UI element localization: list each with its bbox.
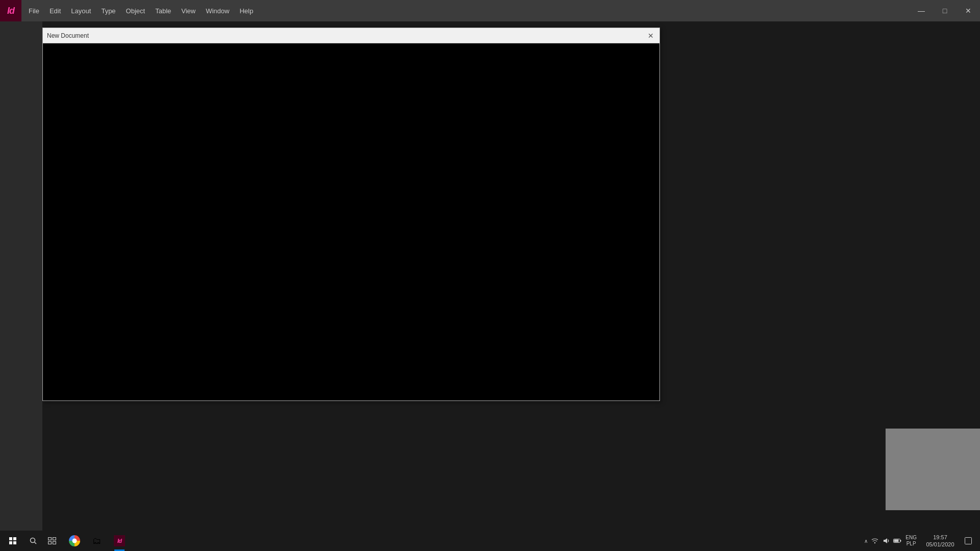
start-button[interactable]	[0, 531, 26, 551]
system-tray: ∧	[862, 531, 980, 551]
menu-layout[interactable]: Layout	[66, 0, 96, 21]
svg-line-1	[35, 542, 37, 544]
search-icon	[30, 537, 37, 544]
close-button[interactable]: ✕	[957, 0, 980, 21]
menu-edit[interactable]: Edit	[44, 0, 66, 21]
menu-items: File Edit Layout Type Object Table View …	[23, 0, 258, 21]
menu-help[interactable]: Help	[234, 0, 258, 21]
gray-box	[886, 429, 980, 510]
svg-rect-4	[48, 542, 52, 544]
menu-file[interactable]: File	[23, 0, 44, 21]
left-toolbar	[0, 21, 42, 531]
menu-bar: Id File Edit Layout Type Object Table Vi…	[0, 0, 980, 21]
svg-point-0	[31, 538, 35, 543]
new-document-panel: New Document ✕	[42, 28, 660, 401]
menu-object[interactable]: Object	[121, 0, 151, 21]
tray-icons	[870, 536, 902, 546]
time-text: 19:57	[933, 534, 947, 541]
menu-window[interactable]: Window	[201, 0, 234, 21]
folder-icon: 🗂	[92, 536, 102, 546]
minimize-button[interactable]: —	[910, 0, 933, 21]
task-view-icon	[48, 537, 56, 544]
locale-text: PLP	[906, 541, 916, 547]
menu-type[interactable]: Type	[96, 0, 120, 21]
app-logo-text: Id	[7, 6, 14, 16]
svg-rect-3	[53, 538, 56, 540]
menu-view[interactable]: View	[176, 0, 201, 21]
app-logo: Id	[0, 0, 21, 21]
panel-close-button[interactable]: ✕	[646, 31, 655, 40]
taskbar-chrome[interactable]	[63, 531, 86, 551]
volume-icon[interactable]	[881, 536, 891, 546]
notification-center-button[interactable]	[961, 531, 976, 551]
maximize-button[interactable]: □	[933, 0, 957, 21]
date-text: 05/01/2020	[926, 541, 954, 548]
windows-logo-icon	[9, 537, 16, 544]
svg-rect-11	[965, 538, 972, 544]
language-indicator[interactable]: ENG PLP	[902, 535, 920, 547]
taskbar: 🗂 Id ∧	[0, 531, 980, 551]
window-controls: — □ ✕	[910, 0, 980, 21]
main-area: New Document ✕	[0, 21, 980, 531]
document-area: New Document ✕	[42, 21, 980, 531]
panel-title: New Document	[47, 32, 89, 39]
taskbar-file-explorer[interactable]: 🗂	[86, 531, 108, 551]
task-view-button[interactable]	[41, 531, 63, 551]
svg-rect-5	[53, 542, 56, 544]
svg-point-6	[874, 542, 875, 543]
clock[interactable]: 19:57 05/01/2020	[920, 534, 961, 548]
notification-icon	[965, 537, 972, 544]
panel-content	[43, 43, 659, 400]
tray-expand-button[interactable]: ∧	[862, 538, 870, 544]
svg-rect-10	[894, 540, 899, 542]
svg-rect-2	[48, 538, 52, 540]
svg-marker-7	[884, 538, 887, 543]
chrome-icon	[69, 535, 80, 546]
panel-titlebar: New Document ✕	[43, 28, 659, 43]
language-text: ENG	[905, 535, 917, 541]
menu-table[interactable]: Table	[150, 0, 176, 21]
taskbar-indesign[interactable]: Id	[108, 531, 131, 551]
indesign-taskbar-icon: Id	[114, 535, 125, 546]
taskbar-search-button[interactable]	[26, 531, 41, 551]
network-icon[interactable]	[870, 536, 880, 546]
svg-rect-9	[900, 540, 901, 542]
battery-icon[interactable]	[892, 536, 902, 546]
